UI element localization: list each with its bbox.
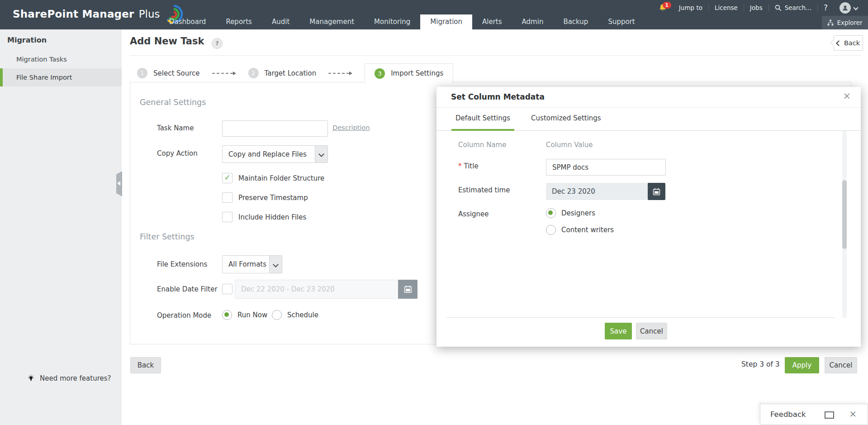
step-select-source[interactable]: 1 Select Source	[137, 68, 200, 78]
step-import-settings-active[interactable]: 3 Import Settings	[365, 63, 453, 83]
close-icon[interactable]: ×	[849, 408, 857, 419]
title-value-input[interactable]: SPMP docs	[546, 159, 666, 176]
content-writers-radio[interactable]: Content writers	[546, 225, 614, 235]
radio-unselected	[272, 310, 282, 320]
sidebar-item-file-share-import[interactable]: File Share Import	[0, 68, 122, 86]
include-hidden-files-checkbox[interactable]: Include Hidden Files	[222, 212, 306, 222]
wizard-steps: 1 Select Source 2 Target Location 3 Impo…	[137, 63, 453, 83]
radio-label: Run Now	[237, 311, 267, 319]
operation-mode-label: Operation Mode	[157, 311, 211, 320]
nav-support[interactable]: Support	[598, 14, 645, 29]
search-button[interactable]: Search...	[769, 4, 817, 11]
logo-text-bold: SharePoint Manager	[13, 8, 134, 20]
explorer-sitemap-icon	[827, 19, 834, 26]
explorer-button[interactable]: Explorer	[822, 16, 868, 29]
page-help-icon[interactable]: ?	[212, 38, 223, 49]
nav-management[interactable]: Management	[299, 14, 364, 29]
step-number: 3	[375, 68, 385, 79]
nav-reports[interactable]: Reports	[216, 14, 262, 29]
schedule-radio[interactable]: Schedule	[272, 310, 318, 320]
step-arrow-icon	[328, 72, 352, 75]
nav-monitoring[interactable]: Monitoring	[364, 14, 420, 29]
description-link[interactable]: Description	[332, 124, 370, 131]
nav-migration[interactable]: Migration	[420, 14, 472, 29]
chevron-left-icon	[836, 40, 842, 46]
feedback-widget: Feedback ×	[760, 404, 868, 425]
back-button-top[interactable]: Back	[834, 35, 863, 51]
page-title: Add New Task	[130, 36, 204, 47]
radio-label: Schedule	[287, 311, 318, 319]
radio-label: Content writers	[561, 226, 614, 234]
task-name-input[interactable]	[222, 120, 328, 137]
main-nav: Dashboard Reports Audit Management Monit…	[159, 14, 645, 29]
maximize-icon[interactable]	[825, 411, 834, 419]
required-asterisk: *	[458, 162, 462, 170]
close-icon[interactable]: ×	[843, 91, 851, 101]
checkbox-unchecked	[222, 192, 232, 203]
calendar-icon	[653, 188, 660, 196]
scrollbar-thumb[interactable]	[842, 180, 847, 249]
jobs-link[interactable]: Jobs	[744, 4, 768, 11]
tab-default-settings[interactable]: Default Settings	[455, 107, 510, 130]
divider	[446, 317, 835, 318]
file-extensions-value: All Formats	[228, 256, 266, 273]
sidebar-section-title: Migration	[7, 36, 47, 44]
sidebar-item-migration-tasks[interactable]: Migration Tasks	[0, 50, 122, 68]
task-name-label: Task Name	[157, 124, 194, 132]
notification-badge: 1	[663, 2, 671, 9]
copy-action-select[interactable]: Copy and Replace Files	[222, 145, 328, 163]
dialog-cancel-button[interactable]: Cancel	[636, 323, 667, 339]
sidebar-collapse-handle[interactable]	[116, 171, 122, 196]
file-extensions-select[interactable]: All Formats	[222, 255, 282, 273]
column-value-header: Column Value	[546, 141, 593, 149]
nav-alerts[interactable]: Alerts	[472, 14, 512, 29]
checkbox-unchecked	[222, 212, 232, 222]
cancel-button[interactable]: Cancel	[825, 357, 857, 373]
nav-audit[interactable]: Audit	[262, 14, 299, 29]
chevron-down-icon	[318, 151, 324, 157]
help-button[interactable]: ?	[818, 3, 834, 12]
license-link[interactable]: License	[709, 4, 744, 11]
set-column-metadata-dialog: Set Column Metadata × Default Settings C…	[436, 87, 861, 347]
dialog-tabs: Default Settings Customized Settings	[436, 107, 861, 131]
estimated-time-label: Estimated time	[458, 186, 510, 194]
back-button-bottom[interactable]: Back	[130, 357, 161, 373]
nav-admin[interactable]: Admin	[512, 14, 554, 29]
date-range-input[interactable]: Dec 22 2020 - Dec 23 2020	[235, 280, 399, 299]
nav-dashboard[interactable]: Dashboard	[159, 14, 216, 29]
sidebar-section-header[interactable]: Migration	[0, 29, 122, 50]
step-label: Select Source	[153, 69, 200, 77]
assignee-label: Assignee	[458, 210, 489, 218]
dialog-title: Set Column Metadata	[451, 87, 545, 107]
enable-date-filter-checkbox[interactable]	[222, 284, 232, 294]
date-range-calendar-button[interactable]	[398, 280, 417, 299]
step-indicator: Step 3 of 3	[741, 360, 780, 368]
dialog-scrollbar[interactable]	[842, 131, 847, 318]
notifications-button[interactable]: 1	[654, 4, 673, 12]
apply-button[interactable]: Apply	[785, 357, 819, 373]
search-label: Search...	[785, 4, 811, 11]
maintain-folder-structure-checkbox[interactable]: ✓ Maintain Folder Structure	[222, 173, 324, 183]
jump-to-link[interactable]: Jump to	[673, 4, 708, 11]
estimated-time-input[interactable]: Dec 23 2020	[546, 183, 654, 200]
calendar-icon	[404, 285, 412, 293]
user-menu[interactable]	[834, 2, 863, 14]
step-target-location[interactable]: 2 Target Location	[248, 68, 317, 78]
feedback-label: Feedback	[770, 404, 806, 425]
general-settings-heading: General Settings	[140, 98, 206, 107]
nav-backup[interactable]: Backup	[553, 14, 598, 29]
step-number: 1	[137, 68, 147, 78]
tab-customized-settings[interactable]: Customized Settings	[531, 107, 601, 130]
app-logo: SharePoint Manager Plus	[13, 5, 184, 24]
preserve-timestamp-checkbox[interactable]: Preserve Timestamp	[222, 192, 308, 203]
need-more-features-link[interactable]: Need more features?	[27, 374, 111, 382]
checkbox-label: Maintain Folder Structure	[238, 174, 324, 182]
divider	[130, 55, 861, 56]
top-navbar: SharePoint Manager Plus Dashboard Report…	[0, 0, 868, 29]
search-icon	[775, 5, 782, 11]
save-button[interactable]: Save	[605, 323, 632, 339]
estimated-time-calendar-button[interactable]	[648, 183, 665, 200]
run-now-radio[interactable]: Run Now	[222, 310, 267, 320]
radio-selected	[222, 310, 232, 320]
designers-radio[interactable]: Designers	[546, 208, 595, 218]
